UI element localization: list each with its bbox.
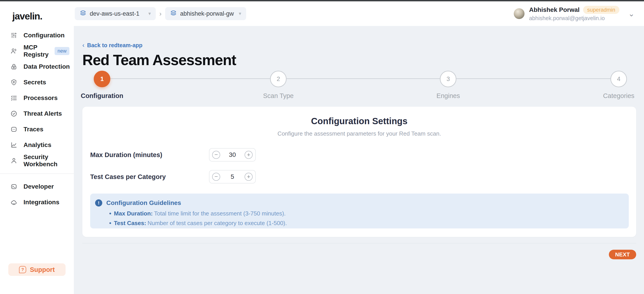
support-button[interactable]: ? Support <box>8 263 66 276</box>
max-duration-stepper: − 30 + <box>209 148 256 162</box>
stepper-connector-line <box>102 78 619 79</box>
app-window: javelin. Configuration MCP Registry new <box>0 0 644 294</box>
test-cases-label: Test Cases per Category <box>90 173 209 180</box>
window-top-edge <box>0 0 644 1</box>
guideline-desc: Total time limit for the assessment (3-7… <box>154 210 286 217</box>
bullet-icon: • <box>109 210 111 217</box>
guideline-item-test-cases: •Test Cases:Number of test cases per cat… <box>109 220 629 227</box>
step-circle: 2 <box>270 71 287 87</box>
card-heading: Configuration Settings <box>82 107 636 126</box>
support-label: Support <box>30 266 54 274</box>
back-link[interactable]: ‹ Back to redteam-app <box>82 42 142 49</box>
sidebar-item-label: Security Workbench <box>24 154 74 168</box>
sidebar-item-security-workbench[interactable]: Security Workbench <box>0 153 74 168</box>
chevron-down-icon: ⌄ <box>628 9 635 18</box>
circle-check-icon <box>10 110 18 117</box>
sidebar-item-label: Integrations <box>24 199 59 206</box>
new-badge: new <box>54 47 69 55</box>
application-dropdown-value: abhishek-porwal-gw <box>180 10 234 17</box>
test-cases-stepper: − 5 + <box>209 170 256 184</box>
step-categories[interactable]: 4 Categories <box>603 71 634 100</box>
javelin-logo: javelin. <box>0 1 74 22</box>
list-check-icon <box>10 94 18 102</box>
sidebar-nav: Configuration MCP Registry new Data Prot… <box>0 28 74 210</box>
user-email: abhishek.porwal@getjavelin.io <box>529 15 619 22</box>
increment-button[interactable]: + <box>244 173 253 181</box>
avatar <box>514 8 524 19</box>
max-duration-label: Max Duration (minutes) <box>90 151 209 159</box>
application-dropdown[interactable]: abhishek-porwal-gw ▾ <box>165 7 246 20</box>
shield-key-icon <box>10 79 18 86</box>
step-circle: 1 <box>94 71 110 87</box>
role-badge: superadmin <box>583 6 619 14</box>
message-dots-icon <box>10 126 18 133</box>
step-engines[interactable]: 3 Engines <box>436 71 460 100</box>
sidebar-item-configuration[interactable]: Configuration <box>0 28 74 43</box>
footer-divider <box>82 243 636 244</box>
sidebar-item-mcp-registry[interactable]: MCP Registry new <box>0 43 74 59</box>
footer-actions: NEXT <box>82 250 636 259</box>
step-circle: 4 <box>610 71 627 87</box>
sidebar-item-label: Secrets <box>24 79 46 86</box>
chevron-down-icon: ▾ <box>239 11 241 16</box>
sidebar-item-label: Threat Alerts <box>24 110 62 117</box>
breadcrumb-separator: › <box>159 10 162 18</box>
increment-button[interactable]: + <box>244 151 253 159</box>
guidelines-heading: Configuration Guidelines <box>106 199 181 206</box>
info-icon: ! <box>95 199 102 206</box>
wizard-stepper: 1 Configuration 2 Scan Type 3 Engines 4 … <box>82 71 636 104</box>
decrement-button[interactable]: − <box>212 151 220 159</box>
max-duration-value[interactable]: 30 <box>229 151 236 158</box>
guideline-term: Max Duration: <box>114 210 152 217</box>
sliders-icon <box>10 32 18 39</box>
layers-icon <box>170 10 177 18</box>
gateway-dropdown[interactable]: dev-aws-us-east-1 ▾ <box>75 7 156 20</box>
sidebar-item-developer[interactable]: Developer <box>0 179 74 194</box>
sidebar-item-analytics[interactable]: Analytics <box>0 137 74 153</box>
guideline-term: Test Cases: <box>114 220 146 226</box>
step-label: Categories <box>603 92 634 100</box>
back-link-label: Back to redteam-app <box>87 42 142 48</box>
chart-line-icon <box>10 142 18 148</box>
step-label: Scan Type <box>263 92 294 100</box>
configuration-guidelines-box: ! Configuration Guidelines •Max Duration… <box>90 194 629 228</box>
sidebar-item-label: MCP Registry <box>24 44 48 58</box>
sidebar-item-processors[interactable]: Processors <box>0 90 74 106</box>
sidebar-item-data-protection[interactable]: Data Protection <box>0 59 74 74</box>
topbar: dev-aws-us-east-1 ▾ › abhishek-porwal-gw… <box>74 1 644 26</box>
test-cases-field: Test Cases per Category − 5 + <box>90 170 628 184</box>
sidebar-item-label: Analytics <box>24 142 52 148</box>
test-cases-value[interactable]: 5 <box>231 173 234 180</box>
lock-icon <box>10 63 18 70</box>
user-info: Abhishek Porwal superadmin abhishek.porw… <box>529 6 619 22</box>
bullet-icon: • <box>109 220 111 226</box>
step-scan-type[interactable]: 2 Scan Type <box>263 71 294 100</box>
step-circle: 3 <box>440 71 456 87</box>
sidebar-item-label: Developer <box>24 183 54 190</box>
cloud-icon <box>10 199 18 206</box>
max-duration-field: Max Duration (minutes) − 30 + <box>90 148 628 162</box>
gateway-dropdown-value: dev-aws-us-east-1 <box>90 10 140 17</box>
sidebar-item-label: Processors <box>24 94 58 102</box>
step-configuration[interactable]: 1 Configuration <box>81 71 123 100</box>
sidebar-item-label: Traces <box>24 126 44 133</box>
page-title: Red Team Assessment <box>82 52 636 68</box>
sidebar-item-integrations[interactable]: Integrations <box>0 194 74 210</box>
sidebar-item-traces[interactable]: Traces <box>0 122 74 137</box>
guideline-item-max-duration: •Max Duration:Total time limit for the a… <box>109 210 629 217</box>
help-chat-icon: ? <box>19 266 26 273</box>
chevron-down-icon: ▾ <box>148 11 151 16</box>
decrement-button[interactable]: − <box>212 173 220 181</box>
step-label: Engines <box>436 92 460 100</box>
sidebar-item-label: Data Protection <box>24 63 70 70</box>
next-button[interactable]: NEXT <box>609 250 636 259</box>
configuration-settings-card: Configuration Settings Configure the ass… <box>82 107 636 237</box>
sidebar-item-threat-alerts[interactable]: Threat Alerts <box>0 106 74 122</box>
sidebar-item-secrets[interactable]: Secrets <box>0 74 74 90</box>
chevron-left-icon: ‹ <box>82 42 84 49</box>
step-label: Configuration <box>81 92 123 100</box>
layers-icon <box>80 10 86 18</box>
user-menu[interactable]: Abhishek Porwal superadmin abhishek.porw… <box>514 6 634 22</box>
card-subheading: Configure the assessment parameters for … <box>82 130 636 137</box>
terminal-icon <box>10 183 18 190</box>
